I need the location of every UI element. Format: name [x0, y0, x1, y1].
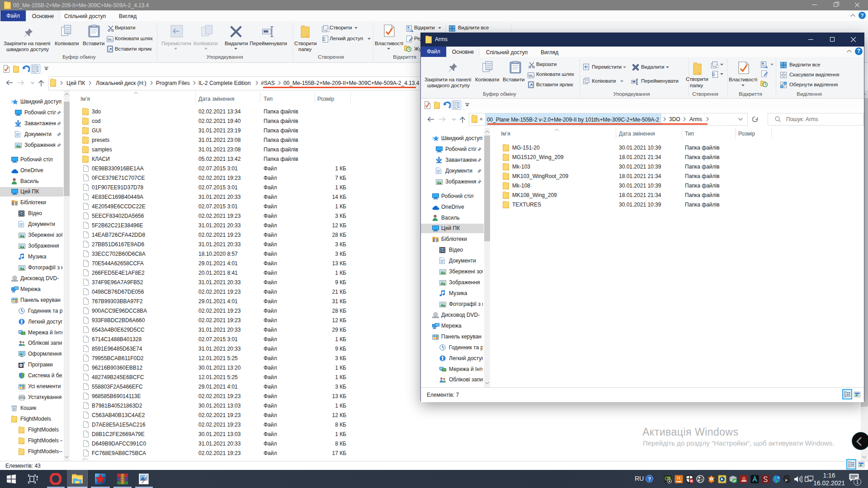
svg-text:W: W	[108, 38, 111, 42]
svg-text:W: W	[528, 74, 532, 78]
